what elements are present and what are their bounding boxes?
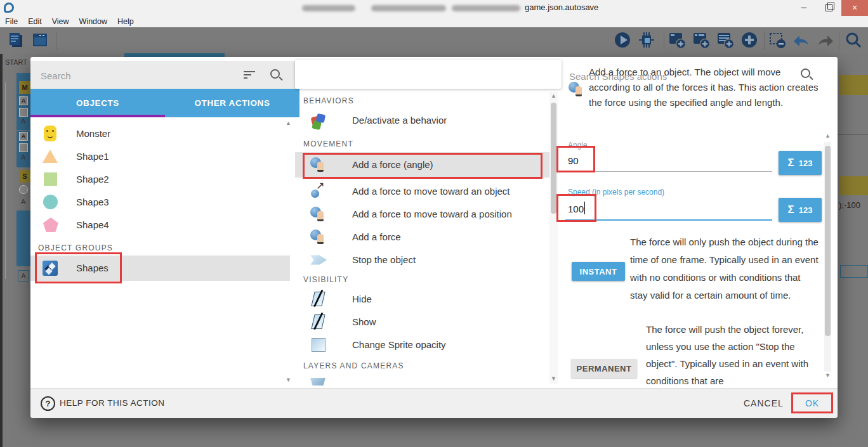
background-selected-field-fragment bbox=[840, 265, 868, 278]
toolbar-separator bbox=[764, 31, 765, 50]
action-item-stop-object[interactable]: Stop the object bbox=[295, 250, 551, 270]
speed-label: Speed (in pixels per second) bbox=[568, 188, 664, 197]
scroll-up-icon[interactable]: ▲ bbox=[551, 93, 556, 99]
add-external-events-button[interactable] bbox=[692, 30, 711, 49]
object-search-input[interactable] bbox=[36, 61, 232, 90]
help-link[interactable]: HELP FOR THIS ACTION bbox=[60, 389, 165, 418]
background-action-fragment: A bbox=[21, 117, 25, 125]
sigma-icon: Σ bbox=[788, 157, 794, 169]
object-name: Monster bbox=[76, 124, 110, 143]
redo-button[interactable] bbox=[816, 30, 835, 49]
show-icon bbox=[311, 314, 325, 329]
restore-button[interactable] bbox=[820, 0, 839, 16]
close-button[interactable]: × bbox=[841, 0, 868, 16]
speed-underline bbox=[565, 219, 772, 221]
list-item-shape2[interactable]: Shape2 bbox=[30, 170, 290, 189]
numbers-icon: 123 bbox=[799, 205, 813, 215]
debug-button[interactable] bbox=[637, 30, 656, 49]
undo-button[interactable] bbox=[792, 30, 811, 49]
permanent-description: The force will push the object forever, … bbox=[646, 321, 822, 388]
object-search-box bbox=[30, 61, 295, 89]
background-text-object-chip: A bbox=[19, 132, 28, 141]
list-item-shapes-group[interactable]: Shapes bbox=[30, 256, 290, 281]
minimize-button[interactable]: – bbox=[793, 0, 815, 16]
angle-input[interactable] bbox=[567, 152, 664, 169]
scrollbar-thumb[interactable] bbox=[551, 103, 556, 214]
action-item-force-toward-position[interactable]: Add a force to move toward a position bbox=[295, 204, 551, 224]
scene-window-icon[interactable] bbox=[30, 30, 49, 49]
text-caret bbox=[584, 202, 585, 214]
background-action-fragment: A bbox=[21, 198, 25, 205]
tab-other-actions[interactable]: OTHER ACTIONS bbox=[165, 89, 299, 117]
toolbar-separator bbox=[56, 31, 56, 50]
instant-button[interactable]: INSTANT bbox=[572, 262, 625, 281]
action-label: Add a force bbox=[352, 227, 401, 247]
scroll-up-icon[interactable]: ▲ bbox=[286, 120, 291, 126]
add-new-button[interactable] bbox=[740, 30, 759, 49]
visibility-header: VISIBILITY bbox=[303, 275, 348, 284]
list-item-shape4[interactable]: Shape4 bbox=[30, 216, 290, 235]
action-item-show[interactable]: Show bbox=[295, 312, 551, 332]
search-toolbar-button[interactable] bbox=[844, 30, 863, 49]
behaviors-header: BEHAVIORS bbox=[303, 96, 354, 105]
angle-label: Angle bbox=[568, 141, 588, 150]
cancel-button[interactable]: CANCEL bbox=[744, 389, 784, 418]
filter-icon[interactable] bbox=[244, 71, 255, 81]
angle-underline bbox=[565, 171, 772, 172]
action-item-hide[interactable]: Hide bbox=[295, 289, 551, 309]
remove-button[interactable] bbox=[768, 30, 787, 49]
background-text-object-chip: A bbox=[19, 96, 28, 105]
scrollbar-thumb[interactable] bbox=[825, 146, 831, 336]
pentagon-object-icon bbox=[43, 217, 58, 232]
help-icon[interactable]: ? bbox=[41, 396, 55, 411]
action-label: Add a force to move toward a position bbox=[352, 204, 512, 224]
background-object-chip bbox=[19, 143, 28, 152]
menu-view[interactable]: View bbox=[52, 17, 69, 26]
scroll-up-icon[interactable]: ▲ bbox=[825, 133, 831, 139]
movement-header: MOVEMENT bbox=[303, 139, 353, 148]
menu-help[interactable]: Help bbox=[117, 17, 134, 26]
background-event-bar bbox=[16, 211, 30, 266]
title-bar: game.json.autosave – × bbox=[0, 0, 868, 16]
action-item-deactivate-behavior[interactable]: De/activate a behavior bbox=[295, 110, 551, 131]
project-manager-icon[interactable] bbox=[6, 30, 25, 49]
params-scrollbar[interactable]: ▲ ▼ bbox=[823, 133, 832, 382]
speed-expression-button[interactable]: Σ 123 bbox=[779, 198, 822, 222]
action-item-force-toward-object[interactable]: ↗ Add a force to move toward an object bbox=[295, 181, 551, 202]
action-item-change-opacity[interactable]: Change Sprite opacity bbox=[295, 335, 551, 355]
scroll-down-icon[interactable]: ▼ bbox=[286, 377, 291, 383]
background-action-fragment: A bbox=[21, 153, 25, 161]
action-item-add-force[interactable]: Add a force bbox=[295, 227, 551, 247]
tab-objects[interactable]: OBJECTS bbox=[30, 89, 165, 117]
actions-search-box bbox=[295, 60, 562, 89]
add-external-layout-button[interactable] bbox=[716, 30, 735, 49]
background-panel-edge bbox=[0, 54, 3, 447]
list-item-shape1[interactable]: Shape1 bbox=[30, 147, 290, 166]
menu-file[interactable]: File bbox=[5, 17, 18, 26]
menu-edit[interactable]: Edit bbox=[28, 17, 42, 26]
background-object-chip bbox=[19, 108, 28, 117]
object-tabs: OBJECTS OTHER ACTIONS bbox=[30, 89, 299, 117]
scroll-down-icon[interactable]: ▼ bbox=[551, 376, 556, 382]
menu-window[interactable]: Window bbox=[79, 17, 107, 26]
instant-description: The force will only push the object duri… bbox=[630, 233, 820, 304]
angle-expression-button[interactable]: Σ 123 bbox=[779, 151, 822, 175]
active-tab-indicator bbox=[30, 115, 165, 117]
actions-scrollbar[interactable]: ▲ ▼ bbox=[549, 92, 558, 384]
permanent-button[interactable]: PERMANENT bbox=[571, 359, 637, 378]
search-icon[interactable] bbox=[270, 69, 280, 79]
toolbar-separator bbox=[664, 31, 664, 50]
opacity-icon bbox=[312, 338, 326, 352]
list-item-shape3[interactable]: Shape3 bbox=[30, 193, 290, 212]
play-preview-button[interactable] bbox=[613, 30, 632, 49]
ok-button[interactable]: OK bbox=[791, 393, 833, 413]
background-code-fragment: );-100 bbox=[839, 200, 860, 210]
hide-icon bbox=[311, 292, 325, 306]
action-item-add-force-angle[interactable]: Add a force (angle) bbox=[295, 152, 551, 178]
add-scene-button[interactable] bbox=[667, 30, 687, 49]
scroll-down-icon[interactable]: ▼ bbox=[825, 373, 831, 379]
action-description: Add a force to an object. The object wil… bbox=[589, 65, 820, 110]
window-title: game.json.autosave bbox=[525, 3, 598, 12]
speed-input[interactable] bbox=[567, 200, 664, 217]
list-item-monster[interactable]: Monster bbox=[30, 124, 290, 143]
